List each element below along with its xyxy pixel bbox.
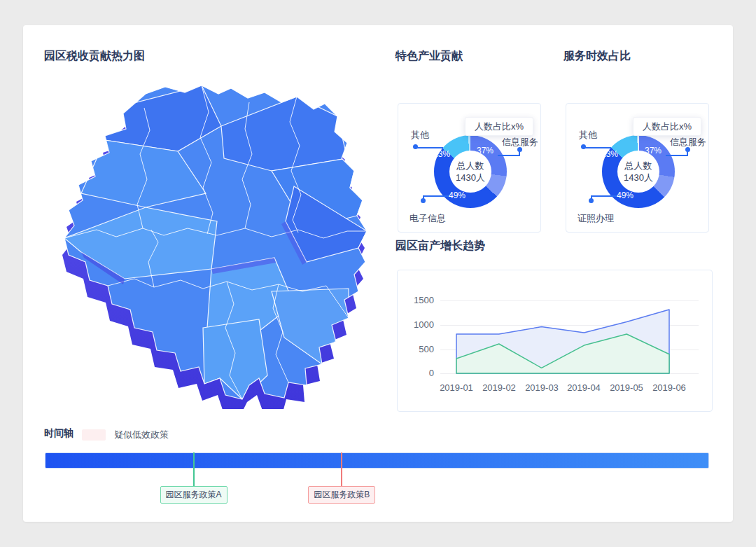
slice-label-other: 其他 (411, 129, 429, 141)
leader-line (666, 155, 688, 156)
x-axis-tick: 2019-05 (602, 382, 651, 393)
slice-pct: 37% (645, 146, 662, 155)
timeline-marker-line (193, 452, 195, 486)
donut-card-service: 其他 信息服务 证照办理 总人数 1430人 37% 49% 13% 人数占比x… (566, 103, 709, 233)
slice-pct: 13% (601, 149, 618, 159)
donut-card-industry: 其他 信息服务 电子信息 总人数 1430人 37% 49% 13% 人数占比x… (398, 103, 541, 233)
leader-line (423, 195, 424, 200)
timeline-markers: 园区服务政策A园区服务政策B (45, 452, 709, 508)
timeline-label: 时间轴 (44, 427, 74, 440)
hunan-3d-map[interactable] (41, 81, 382, 409)
chart-tooltip: 人数占比x% (465, 117, 533, 136)
donut-center-label: 总人数 (625, 160, 652, 172)
slice-pct: 49% (617, 191, 634, 200)
suspect-policy-swatch (82, 429, 106, 441)
dashboard-panel: 园区税收贡献热力图 (23, 25, 733, 522)
timeline-marker-label[interactable]: 园区服务政策A (160, 486, 227, 504)
donut-center: 总人数 1430人 (617, 151, 659, 193)
leader-line (591, 195, 592, 200)
x-axis-tick: 2019-01 (432, 382, 481, 393)
donut-center: 总人数 1430人 (449, 151, 491, 193)
slice-label-other: 其他 (579, 129, 597, 141)
leader-line (687, 148, 688, 155)
chart-tooltip: 人数占比x% (633, 117, 701, 136)
slice-pct: 13% (433, 149, 450, 159)
donut-center-value: 1430人 (456, 172, 485, 184)
donut2-title: 服务时效占比 (564, 49, 631, 64)
slice-pct: 37% (477, 146, 493, 155)
leader-line (415, 147, 443, 148)
map-title: 园区税收贡献热力图 (44, 49, 145, 64)
timeline-marker-line (341, 452, 342, 486)
dashboard: 园区税收贡献热力图 (0, 0, 756, 547)
x-axis-tick: 2019-02 (475, 382, 524, 393)
slice-pct: 49% (449, 191, 465, 200)
timeline-marker-label[interactable]: 园区服务政策B (308, 486, 375, 504)
x-axis-tick: 2019-06 (645, 382, 694, 393)
x-axis-tick: 2019-04 (559, 382, 608, 393)
donut1-title: 特色产业贡献 (396, 49, 463, 64)
leader-line (583, 147, 611, 148)
leader-line (519, 148, 520, 155)
trend-chart-card: 1500 1000 500 0 2019-01 2019-02 2019-03 … (397, 270, 713, 412)
timeline-legend-label: 疑似低效政策 (114, 429, 169, 441)
slice-label-bottom: 电子信息 (410, 212, 446, 225)
donut-center-label: 总人数 (457, 160, 484, 172)
slice-label-bottom: 证照办理 (578, 212, 614, 225)
leader-line (498, 155, 520, 156)
trend-title: 园区亩产增长趋势 (396, 239, 485, 254)
donut-center-value: 1430人 (624, 172, 653, 184)
